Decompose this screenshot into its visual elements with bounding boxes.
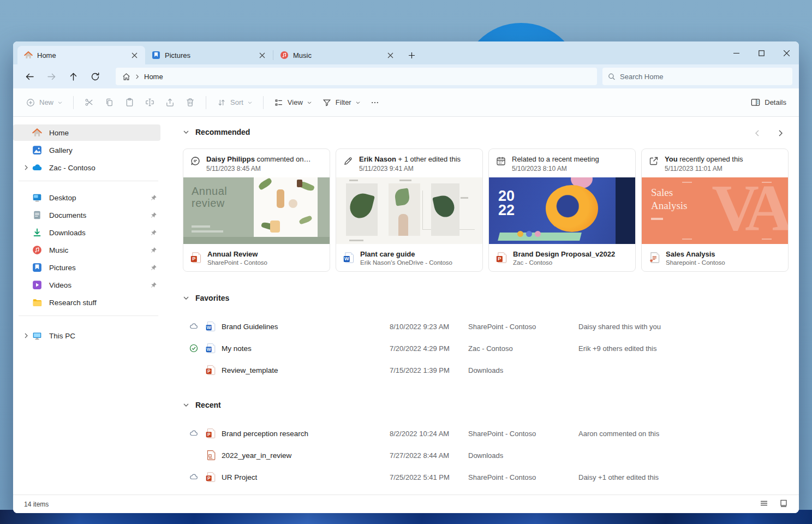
pin-icon[interactable] bbox=[146, 282, 160, 289]
tab-close-icon[interactable] bbox=[255, 49, 268, 62]
list-view-icon[interactable] bbox=[760, 499, 768, 509]
carousel-next-icon[interactable] bbox=[774, 127, 787, 140]
file-date: 7/25/2022 5:41 PM bbox=[390, 473, 468, 481]
collapse-chevron-icon[interactable] bbox=[183, 402, 189, 408]
sidebar-item-gallery[interactable]: Gallery bbox=[13, 142, 160, 158]
pin-icon[interactable] bbox=[146, 247, 160, 254]
sidebar-item-downloads[interactable]: Downloads bbox=[13, 224, 160, 241]
tab-close-icon[interactable] bbox=[128, 49, 141, 62]
sidebar-item-label: Home bbox=[49, 129, 160, 137]
delete-icon bbox=[185, 97, 195, 108]
paste-button[interactable] bbox=[120, 93, 140, 111]
filter-icon bbox=[322, 98, 332, 108]
search-box[interactable] bbox=[602, 68, 792, 85]
file-row[interactable]: W My notes 7/20/2022 4:29 PM Zac - Conto… bbox=[183, 337, 799, 359]
minimize-button[interactable] bbox=[724, 41, 749, 64]
recommended-card[interactable]: Erik Nason + 1 other edited this 5/11/20… bbox=[336, 148, 483, 272]
thumb-year: 2022 bbox=[498, 189, 515, 217]
tab-home[interactable]: Home bbox=[17, 46, 145, 64]
expand-chevron-icon[interactable] bbox=[21, 333, 32, 338]
pin-icon[interactable] bbox=[146, 264, 160, 271]
sidebar-item-home[interactable]: Home bbox=[13, 124, 160, 141]
sidebar-item-videos[interactable]: Videos bbox=[13, 277, 160, 293]
template-file-icon bbox=[205, 450, 222, 461]
copy-button[interactable] bbox=[99, 93, 120, 111]
sidebar-item-pictures[interactable]: Pictures bbox=[13, 259, 160, 276]
sidebar-item-this-pc[interactable]: This PC bbox=[13, 327, 160, 344]
pin-icon[interactable] bbox=[146, 229, 160, 236]
recommended-card[interactable]: Daisy Philipps commented on… 5/11/2023 8… bbox=[183, 148, 330, 272]
breadcrumb[interactable]: Home bbox=[144, 73, 163, 81]
sidebar-item-music[interactable]: Music bbox=[13, 242, 160, 258]
sidebar-item-label: Downloads bbox=[49, 229, 146, 237]
sort-button[interactable]: Sort bbox=[212, 94, 258, 111]
cut-button[interactable] bbox=[79, 93, 99, 111]
file-row[interactable]: W Brand Guidelines 8/10/2022 9:23 AM Sha… bbox=[183, 315, 799, 337]
file-name: UR Project bbox=[222, 473, 390, 481]
tab-music[interactable]: Music bbox=[273, 46, 401, 64]
forward-button[interactable] bbox=[40, 67, 62, 86]
details-button[interactable]: Details bbox=[745, 93, 791, 111]
maximize-button[interactable] bbox=[749, 41, 774, 64]
more-options-button[interactable] bbox=[366, 94, 384, 111]
details-label: Details bbox=[765, 98, 786, 106]
gallery-icon bbox=[32, 145, 43, 156]
chevron-down-icon bbox=[57, 100, 63, 105]
more-icon bbox=[371, 98, 379, 107]
card-date: 5/11/2023 8:45 AM bbox=[206, 165, 311, 172]
sidebar-item-documents[interactable]: Documents bbox=[13, 207, 160, 223]
expand-chevron-icon[interactable] bbox=[21, 165, 32, 170]
close-button[interactable] bbox=[774, 41, 799, 64]
card-thumbnail-annual-review: Annual review bbox=[183, 177, 330, 244]
pencil-icon bbox=[343, 156, 354, 166]
share-button[interactable] bbox=[160, 93, 180, 111]
tab-pictures[interactable]: Pictures bbox=[145, 46, 273, 64]
delete-button[interactable] bbox=[180, 93, 200, 111]
chevron-down-icon bbox=[355, 100, 361, 105]
section-title: Recent bbox=[195, 401, 221, 409]
available-check-icon bbox=[189, 343, 205, 353]
recommended-card[interactable]: Related to a recent meeting 5/10/2023 8:… bbox=[488, 148, 636, 272]
copy-icon bbox=[104, 97, 115, 108]
filter-button[interactable]: Filter bbox=[317, 94, 366, 111]
add-tab-button[interactable] bbox=[403, 47, 420, 63]
sidebar-item-desktop[interactable]: Desktop bbox=[13, 189, 160, 206]
svg-text:P: P bbox=[192, 256, 195, 261]
carousel-prev-icon[interactable] bbox=[751, 127, 764, 140]
sidebar-item-research-stuff[interactable]: Research stuff bbox=[13, 294, 160, 311]
svg-text:W: W bbox=[344, 256, 349, 261]
up-button[interactable] bbox=[62, 67, 84, 86]
recommended-card[interactable]: You recently opened this 5/11/2023 11:01… bbox=[641, 148, 789, 272]
toolbar-divider bbox=[206, 96, 206, 109]
file-row[interactable]: P UR Project 7/25/2022 5:41 PM SharePoin… bbox=[183, 466, 799, 488]
navigation-bar: Home bbox=[13, 64, 799, 88]
sidebar-item-onedrive[interactable]: Zac - Contoso bbox=[13, 159, 160, 176]
svg-text:W: W bbox=[207, 325, 211, 330]
view-button[interactable]: View bbox=[269, 94, 317, 111]
file-row[interactable]: 2022_year_in_review 7/27/2022 8:44 AM Do… bbox=[183, 444, 799, 466]
collapse-chevron-icon[interactable] bbox=[183, 295, 189, 301]
refresh-button[interactable] bbox=[84, 67, 106, 86]
tab-close-icon[interactable] bbox=[384, 49, 397, 62]
thumbnail-view-icon[interactable] bbox=[779, 499, 788, 509]
file-location: SharePoint - Contoso bbox=[468, 473, 578, 481]
pin-icon[interactable] bbox=[146, 194, 160, 201]
address-bar[interactable]: Home bbox=[116, 68, 597, 85]
rename-button[interactable] bbox=[140, 93, 160, 111]
file-row[interactable]: P Brand perception research 8/2/2022 10:… bbox=[183, 422, 799, 444]
new-button[interactable]: New bbox=[21, 94, 68, 111]
card-activity: You recently opened this bbox=[665, 155, 743, 163]
sidebar-item-label: Research stuff bbox=[49, 299, 160, 307]
file-row[interactable]: P Review_template 7/15/2022 1:39 PM Down… bbox=[183, 359, 799, 381]
comment-icon bbox=[190, 156, 201, 166]
recent-section-header: Recent bbox=[183, 398, 799, 412]
collapse-chevron-icon[interactable] bbox=[183, 129, 189, 135]
pin-icon[interactable] bbox=[146, 212, 160, 219]
sidebar-item-label: Gallery bbox=[49, 146, 160, 154]
tab-strip: Home Pictures Music bbox=[13, 41, 799, 64]
new-label: New bbox=[39, 98, 53, 106]
card-file-name: Plant care guide bbox=[360, 250, 452, 258]
back-button[interactable] bbox=[19, 67, 40, 86]
search-input[interactable] bbox=[620, 73, 787, 81]
svg-text:W: W bbox=[207, 347, 211, 352]
